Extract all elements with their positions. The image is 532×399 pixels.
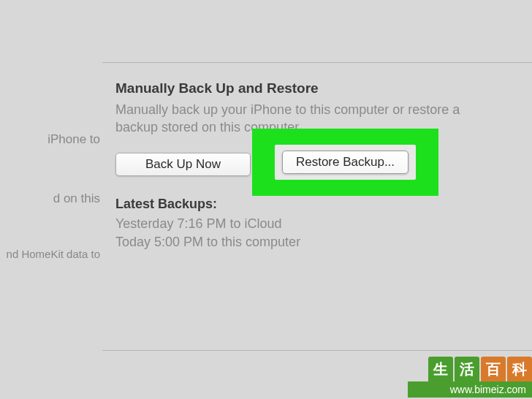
watermark-logo: 生 活 百 科 <box>408 355 532 381</box>
watermark-char-4: 科 <box>507 357 532 381</box>
backup-now-button[interactable]: Back Up Now <box>115 153 251 176</box>
restore-backup-button[interactable]: Restore Backup... <box>282 151 408 174</box>
highlight-inner: Restore Backup... <box>275 145 416 180</box>
sidebar-text-fragment-3: nd HomeKit data to <box>7 248 100 260</box>
watermark-url: www.bimeiz.com <box>408 381 532 398</box>
latest-backup-line-2: Today 5:00 PM to this computer <box>115 233 503 251</box>
sidebar-text-fragment-2: d on this <box>53 191 100 206</box>
highlight-annotation: Restore Backup... <box>252 129 438 196</box>
watermark-char-1: 生 <box>428 357 453 381</box>
latest-backups-section: Latest Backups: Yesterday 7:16 PM to iCl… <box>115 197 503 251</box>
sidebar-text-fragment-1: iPhone to <box>48 132 100 147</box>
watermark: 生 活 百 科 www.bimeiz.com <box>408 355 532 399</box>
watermark-char-3: 百 <box>481 357 506 381</box>
section-title: Manually Back Up and Restore <box>115 80 503 96</box>
latest-backup-line-1: Yesterday 7:16 PM to iCloud <box>115 215 503 233</box>
watermark-char-2: 活 <box>455 357 479 381</box>
latest-backups-title: Latest Backups: <box>115 197 503 212</box>
left-sidebar: iPhone to d on this nd HomeKit data to <box>0 0 102 399</box>
